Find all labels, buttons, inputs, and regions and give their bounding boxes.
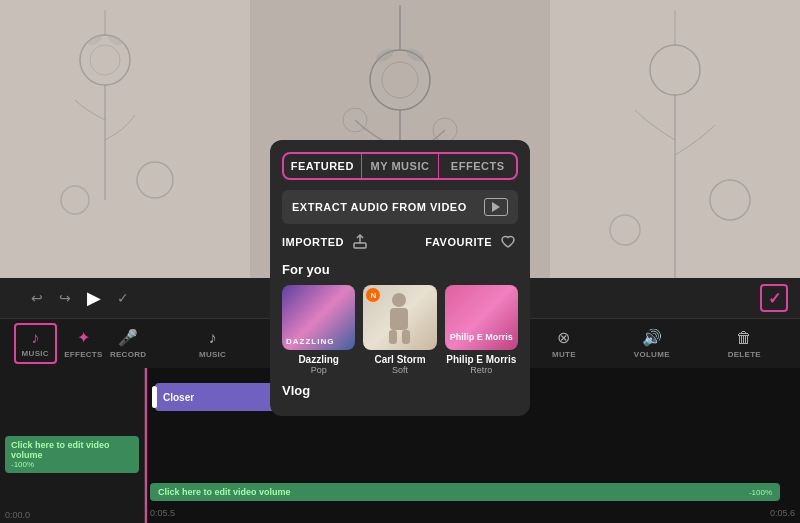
timeline-controls-right: ✓ xyxy=(500,284,800,312)
mute-label: MUTE xyxy=(552,350,576,359)
mute-icon: ⊗ xyxy=(557,328,570,347)
extract-play-button[interactable] xyxy=(484,198,508,216)
video-panel-left xyxy=(0,0,250,280)
imported-label: IMPORTED xyxy=(282,236,344,248)
action-row: IMPORTED FAVOURITE xyxy=(282,232,518,252)
closer-label: Closer xyxy=(163,392,194,403)
extract-audio-row[interactable]: EXTRACT AUDIO FROM VIDEO xyxy=(282,190,518,224)
volume-tool-button[interactable]: 🔊 VOLUME xyxy=(634,328,670,359)
confirm-check-button[interactable]: ✓ xyxy=(760,284,788,312)
svg-rect-26 xyxy=(402,330,410,344)
timeline-track-left: Click here to edit video volume -100% 0:… xyxy=(0,368,145,523)
philip-name: Philip E Morris xyxy=(445,354,518,365)
volume-label: VOLUME xyxy=(634,350,670,359)
delete-label: DELETE xyxy=(728,350,761,359)
playhead xyxy=(145,368,147,523)
redo-icon[interactable]: ↪ xyxy=(59,290,71,306)
play-triangle-icon xyxy=(492,202,500,212)
effects-tool-label-left: EFFECTS xyxy=(64,350,103,359)
check-icon-left[interactable]: ✓ xyxy=(117,290,129,306)
vlog-title: Vlog xyxy=(282,383,518,398)
svg-point-9 xyxy=(382,62,418,98)
carl-genre: Soft xyxy=(363,365,436,375)
mute-tool-button[interactable]: ⊗ MUTE xyxy=(552,328,576,359)
check-mark-icon: ✓ xyxy=(768,289,781,308)
dazzling-genre: Pop xyxy=(282,365,355,375)
audio-track-right-volume: -100% xyxy=(749,488,772,497)
record-tool-icon-left: 🎤 xyxy=(118,328,138,347)
tab-my-music[interactable]: MY MUSIC xyxy=(362,154,440,178)
music-card-dazzling[interactable]: DAZZLING Dazzling Pop xyxy=(282,285,355,375)
music-tool-label: MUSIC xyxy=(22,349,49,358)
music-icon-right: ♪ xyxy=(209,329,217,347)
svg-point-19 xyxy=(710,180,750,220)
svg-point-6 xyxy=(137,162,173,198)
dazzling-name: Dazzling xyxy=(282,354,355,365)
carl-thumbnail: N xyxy=(363,285,436,350)
extract-audio-label: EXTRACT AUDIO FROM VIDEO xyxy=(292,201,467,213)
tab-effects[interactable]: EFFECTS xyxy=(439,154,516,178)
music-card-philip[interactable]: Philip E Morris Philip E Morris Retro xyxy=(445,285,518,375)
audio-track-left-volume: -100% xyxy=(11,460,133,469)
svg-point-23 xyxy=(392,293,406,307)
play-button[interactable]: ▶ xyxy=(87,287,101,309)
effects-tool-icon-left: ✦ xyxy=(77,328,90,347)
imported-button[interactable]: IMPORTED xyxy=(282,232,370,252)
for-you-title: For you xyxy=(282,262,518,277)
music-tabs: FEATURED MY MUSIC EFFECTS xyxy=(282,152,518,180)
tab-featured[interactable]: FEATURED xyxy=(284,154,362,178)
vlog-section: Vlog xyxy=(282,383,518,398)
svg-point-20 xyxy=(610,215,640,245)
svg-rect-21 xyxy=(354,243,366,248)
timecode-left: 0:00.0 xyxy=(5,510,30,520)
svg-point-0 xyxy=(80,35,130,85)
philip-title: Philip E Morris xyxy=(449,332,514,342)
dazzling-title: DAZZLING xyxy=(286,337,334,346)
svg-point-7 xyxy=(61,186,89,214)
volume-icon: 🔊 xyxy=(642,328,662,347)
audio-track-left-label: Click here to edit video volume xyxy=(11,440,133,460)
toolbar-left: ♪ MUSIC ✦ EFFECTS 🎤 RECORD xyxy=(0,319,160,368)
audio-track-right-bar[interactable]: Click here to edit video volume -100% xyxy=(150,483,780,501)
audio-track-right-container: Click here to edit video volume -100% xyxy=(150,483,780,501)
video-panel-right xyxy=(550,0,800,280)
heart-icon xyxy=(498,232,518,252)
favourite-button[interactable]: FAVOURITE xyxy=(425,232,518,252)
timecode-mid: 0:05.5 xyxy=(150,508,175,518)
music-cards-row: DAZZLING Dazzling Pop N Carl Storm Soft xyxy=(270,285,530,375)
music-tool-icon: ♪ xyxy=(31,329,39,347)
person-silhouette-icon xyxy=(382,290,417,345)
effects-tool-button-left[interactable]: ✦ EFFECTS xyxy=(64,328,103,359)
timecode-right: 0:05.6 xyxy=(770,508,795,518)
carl-name: Carl Storm xyxy=(363,354,436,365)
delete-tool-button[interactable]: 🗑 DELETE xyxy=(728,329,761,359)
philip-thumbnail: Philip E Morris xyxy=(445,285,518,350)
philip-genre: Retro xyxy=(445,365,518,375)
music-tool-button-right[interactable]: ♪ MUSIC xyxy=(199,329,226,359)
closer-handle xyxy=(152,386,157,408)
new-badge: N xyxy=(366,288,380,302)
undo-icon[interactable]: ↩ xyxy=(31,290,43,306)
svg-point-1 xyxy=(90,45,120,75)
music-label-right: MUSIC xyxy=(199,350,226,359)
favourite-label: FAVOURITE xyxy=(425,236,492,248)
dazzling-thumbnail: DAZZLING xyxy=(282,285,355,350)
audio-track-right-label: Click here to edit video volume xyxy=(158,487,291,497)
record-tool-label-left: RECORD xyxy=(110,350,146,359)
svg-point-16 xyxy=(650,45,700,95)
delete-icon: 🗑 xyxy=(736,329,752,347)
svg-rect-24 xyxy=(390,308,408,330)
record-tool-button-left[interactable]: 🎤 RECORD xyxy=(110,328,146,359)
music-panel: FEATURED MY MUSIC EFFECTS EXTRACT AUDIO … xyxy=(270,140,530,416)
share-icon xyxy=(350,232,370,252)
music-card-carl[interactable]: N Carl Storm Soft xyxy=(363,285,436,375)
timeline-controls-left: ↩ ↪ ▶ ✓ xyxy=(0,287,160,309)
music-tool-button[interactable]: ♪ MUSIC xyxy=(14,323,57,364)
svg-rect-25 xyxy=(389,330,397,344)
audio-track-left-container: Click here to edit video volume -100% xyxy=(5,436,139,473)
audio-track-left-bar[interactable]: Click here to edit video volume -100% xyxy=(5,436,139,473)
